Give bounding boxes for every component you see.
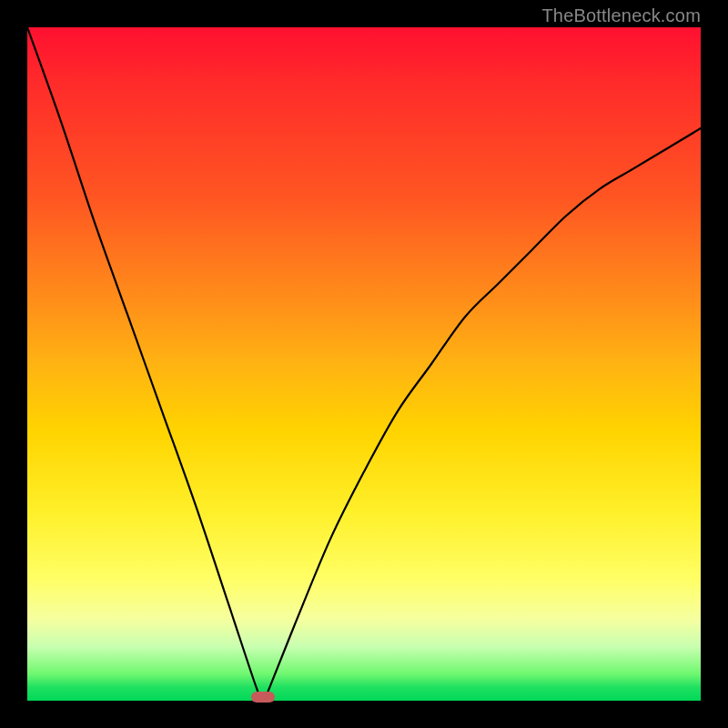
optimum-marker	[251, 692, 275, 703]
chart-frame: TheBottleneck.com	[0, 0, 728, 728]
watermark-text: TheBottleneck.com	[541, 5, 701, 26]
bottleneck-curve	[27, 27, 701, 701]
plot-area	[27, 27, 701, 701]
